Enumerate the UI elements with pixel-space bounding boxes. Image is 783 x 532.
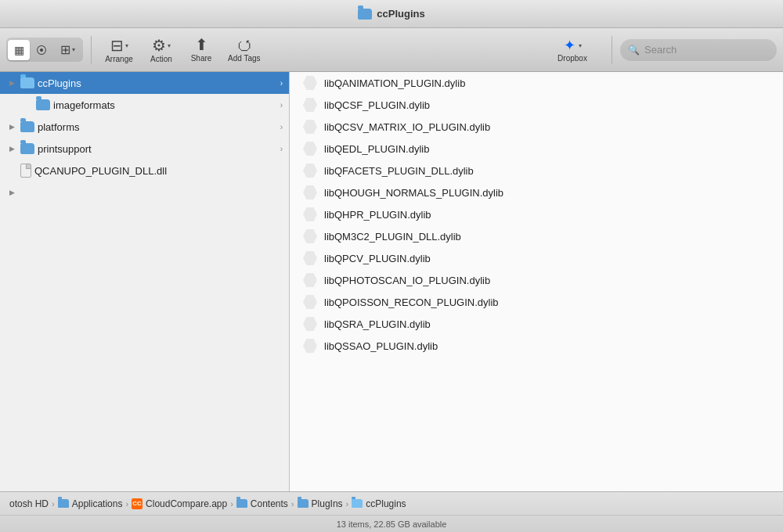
search-bar[interactable]: 🔍 Search: [620, 39, 777, 61]
title-bar: ccPlugins: [0, 0, 783, 28]
breadcrumb-item-ccplugins[interactable]: ccPlugins: [352, 498, 406, 509]
breadcrumb-item-applications[interactable]: Applications: [58, 498, 123, 509]
expand-arrow-printsupport: ▶: [6, 145, 17, 153]
breadcrumb-macintosh[interactable]: otosh HD: [9, 498, 49, 509]
breadcrumb-sep-2: ›: [125, 499, 128, 509]
title-text: ccPlugins: [377, 8, 424, 20]
sidebar-label-imageformats: imageformats: [53, 99, 277, 111]
breadcrumb-sep-3: ›: [230, 499, 233, 509]
breadcrumb: otosh HD › Applications › CC CloudCompar…: [0, 492, 783, 515]
dylib-icon: [302, 75, 318, 91]
dropbox-label: Dropbox: [557, 54, 587, 63]
list-item[interactable]: libQHPR_PLUGIN.dylib: [290, 203, 783, 225]
list-item[interactable]: libQCSV_MATRIX_IO_PLUGIN.dylib: [290, 116, 783, 138]
sidebar-item-qcanupo[interactable]: QCANUPO_PLUGIN_DLL.dll: [0, 160, 289, 182]
file-browser-sidebar: ▶ ccPlugins › imageformats › ▶ platforms…: [0, 72, 290, 491]
sidebar-label-platforms: platforms: [38, 121, 277, 133]
file-name: libQHOUGH_NORMALS_PLUGIN.dylib: [324, 187, 503, 199]
status-count: 13 items, 22.85 GB available: [0, 515, 783, 532]
folder-icon-imageformats: [36, 99, 50, 110]
breadcrumb-label-contents: Contents: [251, 498, 288, 509]
file-name: libQHPR_PLUGIN.dylib: [324, 209, 431, 221]
file-name: libQSSAO_PLUGIN.dylib: [324, 340, 438, 352]
list-item[interactable]: libQM3C2_PLUGIN_DLL.dylib: [290, 225, 783, 247]
dylib-icon: [302, 207, 318, 222]
file-name: libQFACETS_PLUGIN_DLL.dylib: [324, 165, 474, 177]
chevron-imageformats: ›: [280, 101, 283, 110]
breadcrumb-label-cloudcompare: CloudCompare.app: [146, 498, 227, 509]
breadcrumb-item-contents[interactable]: Contents: [236, 498, 288, 509]
breadcrumb-item-cloudcompare[interactable]: CC CloudCompare.app: [132, 498, 227, 509]
toolbar-separator-2: [612, 36, 612, 64]
dylib-icon: [302, 250, 318, 266]
breadcrumb-label-plugins: PlugIns: [312, 498, 343, 509]
chevron-platforms: ›: [280, 123, 283, 131]
file-name: libQPHOTOSCAN_IO_PLUGIN.dylib: [324, 275, 490, 286]
sidebar-item-ccplugins[interactable]: ▶ ccPlugins ›: [0, 72, 289, 94]
add-tags-button[interactable]: ⭯ Add Tags: [222, 34, 267, 66]
title-folder-icon: [358, 9, 372, 20]
share-button[interactable]: ⬆ Share: [184, 34, 218, 66]
list-item[interactable]: libQSRA_PLUGIN.dylib: [290, 313, 783, 335]
list-item[interactable]: libQPCV_PLUGIN.dylib: [290, 247, 783, 269]
breadcrumb-label-ccplugins: ccPlugins: [366, 498, 406, 509]
sidebar-label-qcanupo: QCANUPO_PLUGIN_DLL.dll: [34, 165, 283, 177]
sidebar-label-printsupport: printsupport: [38, 143, 277, 155]
list-item[interactable]: libQCSF_PLUGIN.dylib: [290, 94, 783, 116]
bc-folder-icon-plugins: [298, 499, 309, 508]
toolbar: ▦ ⦿ ⊞ ▾ ⊟ ▾ Arrange ⚙ ▾ Action ⬆ Share: [0, 28, 783, 72]
file-name: libQPCV_PLUGIN.dylib: [324, 253, 431, 264]
chevron-printsupport: ›: [280, 145, 283, 153]
expand-arrow-empty: ▶: [6, 189, 17, 196]
breadcrumb-item-plugins[interactable]: PlugIns: [298, 498, 343, 509]
bc-folder-icon-ccplugins: [352, 499, 363, 508]
dropbox-button[interactable]: ✦ ▾ Dropbox: [541, 34, 604, 66]
sidebar-item-empty: ▶: [0, 182, 289, 203]
list-item[interactable]: libQEDL_PLUGIN.dylib: [290, 138, 783, 160]
list-item[interactable]: libQFACETS_PLUGIN_DLL.dylib: [290, 160, 783, 182]
search-input[interactable]: Search: [644, 44, 754, 56]
view-button-group: ▦ ⦿ ⊞ ▾: [6, 38, 83, 62]
folder-icon-printsupport: [20, 143, 34, 154]
window-title: ccPlugins: [358, 8, 424, 20]
expand-arrow-platforms: ▶: [6, 123, 17, 131]
list-item[interactable]: libQPHOTOSCAN_IO_PLUGIN.dylib: [290, 269, 783, 291]
column-view-button[interactable]: ⦿: [31, 40, 52, 60]
action-button[interactable]: ⚙ ▾ Action: [142, 33, 181, 66]
gallery-view-button[interactable]: ⊞ ▾: [53, 39, 81, 60]
dropbox-icon: ✦: [564, 37, 576, 54]
chevron-ccplugins: ›: [280, 79, 283, 88]
add-tags-label: Add Tags: [228, 54, 261, 63]
share-label: Share: [191, 54, 212, 63]
dylib-icon: [302, 163, 318, 178]
list-item[interactable]: libQHOUGH_NORMALS_PLUGIN.dylib: [290, 182, 783, 203]
list-item[interactable]: libQSSAO_PLUGIN.dylib: [290, 335, 783, 357]
list-item[interactable]: libQANIMATION_PLUGIN.dylib: [290, 72, 783, 94]
sidebar-item-imageformats[interactable]: imageformats ›: [0, 94, 289, 116]
arrange-label: Arrange: [105, 55, 133, 63]
folder-icon-ccplugins: [20, 77, 34, 88]
icon-view-button[interactable]: ▦: [8, 40, 30, 60]
file-name: libQPOISSON_RECON_PLUGIN.dylib: [324, 297, 499, 308]
dylib-icon: [302, 119, 318, 135]
dylib-icon: [302, 228, 318, 244]
search-icon: 🔍: [628, 45, 640, 56]
file-name: libQCSF_PLUGIN.dylib: [324, 99, 430, 111]
breadcrumb-label-applications: Applications: [72, 498, 123, 509]
breadcrumb-sep-1: ›: [52, 499, 55, 509]
file-list-pane: libQANIMATION_PLUGIN.dylib libQCSF_PLUGI…: [290, 72, 783, 491]
main-content: ▶ ccPlugins › imageformats › ▶ platforms…: [0, 72, 783, 491]
file-name: libQEDL_PLUGIN.dylib: [324, 143, 429, 155]
dylib-icon: [302, 294, 318, 310]
list-item[interactable]: libQPOISSON_RECON_PLUGIN.dylib: [290, 291, 783, 313]
file-list: libQANIMATION_PLUGIN.dylib libQCSF_PLUGI…: [290, 72, 783, 357]
sidebar-item-printsupport[interactable]: ▶ printsupport ›: [0, 138, 289, 160]
file-name: libQM3C2_PLUGIN_DLL.dylib: [324, 231, 461, 243]
arrange-button[interactable]: ⊟ ▾ Arrange: [99, 33, 139, 66]
breadcrumb-sep-4: ›: [291, 499, 294, 509]
file-name: libQANIMATION_PLUGIN.dylib: [324, 77, 465, 89]
dylib-icon: [302, 141, 318, 156]
dylib-icon: [302, 338, 318, 354]
dylib-icon: [302, 316, 318, 332]
sidebar-item-platforms[interactable]: ▶ platforms ›: [0, 116, 289, 138]
